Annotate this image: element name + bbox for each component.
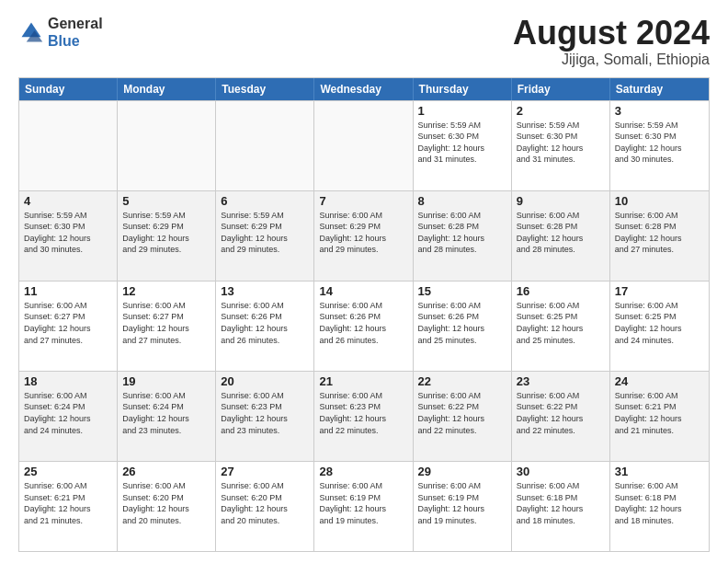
day-cell-8: 8Sunrise: 6:00 AM Sunset: 6:28 PM Daylig… xyxy=(414,191,512,281)
logo: General Blue xyxy=(18,15,103,50)
week-4: 18Sunrise: 6:00 AM Sunset: 6:24 PM Dayli… xyxy=(19,371,709,461)
day-info: Sunrise: 6:00 AM Sunset: 6:23 PM Dayligh… xyxy=(319,390,407,436)
month-year: August 2024 xyxy=(513,15,710,52)
empty-cell-w0c0 xyxy=(19,101,118,190)
logo-general-text: General xyxy=(48,16,103,31)
day-number: 3 xyxy=(615,104,704,118)
header-day-thursday: Thursday xyxy=(414,78,512,100)
day-info: Sunrise: 6:00 AM Sunset: 6:26 PM Dayligh… xyxy=(418,300,506,346)
header-day-monday: Monday xyxy=(118,78,216,100)
day-number: 12 xyxy=(122,284,210,298)
day-info: Sunrise: 6:00 AM Sunset: 6:24 PM Dayligh… xyxy=(122,390,210,436)
day-number: 29 xyxy=(418,465,506,478)
day-cell-14: 14Sunrise: 6:00 AM Sunset: 6:26 PM Dayli… xyxy=(314,282,413,371)
day-info: Sunrise: 6:00 AM Sunset: 6:25 PM Dayligh… xyxy=(517,300,605,346)
day-number: 10 xyxy=(615,194,704,208)
day-info: Sunrise: 6:00 AM Sunset: 6:22 PM Dayligh… xyxy=(418,390,506,436)
day-cell-30: 30Sunrise: 6:00 AM Sunset: 6:18 PM Dayli… xyxy=(512,462,610,551)
week-5: 25Sunrise: 6:00 AM Sunset: 6:21 PM Dayli… xyxy=(19,461,709,551)
day-number: 8 xyxy=(418,194,506,208)
calendar: SundayMondayTuesdayWednesdayThursdayFrid… xyxy=(18,77,710,552)
day-cell-27: 27Sunrise: 6:00 AM Sunset: 6:20 PM Dayli… xyxy=(216,462,314,551)
day-number: 23 xyxy=(517,374,605,388)
day-cell-19: 19Sunrise: 6:00 AM Sunset: 6:24 PM Dayli… xyxy=(118,372,216,461)
day-info: Sunrise: 6:00 AM Sunset: 6:21 PM Dayligh… xyxy=(615,390,704,436)
day-number: 4 xyxy=(24,194,112,208)
day-cell-25: 25Sunrise: 6:00 AM Sunset: 6:21 PM Dayli… xyxy=(19,462,118,551)
day-info: Sunrise: 6:00 AM Sunset: 6:26 PM Dayligh… xyxy=(221,300,309,346)
header-day-tuesday: Tuesday xyxy=(216,78,314,100)
day-number: 5 xyxy=(122,194,210,208)
day-number: 31 xyxy=(615,465,704,478)
day-cell-20: 20Sunrise: 6:00 AM Sunset: 6:23 PM Dayli… xyxy=(216,372,314,461)
day-number: 2 xyxy=(517,104,605,118)
day-number: 15 xyxy=(418,284,506,298)
day-cell-26: 26Sunrise: 6:00 AM Sunset: 6:20 PM Dayli… xyxy=(118,462,216,551)
day-info: Sunrise: 5:59 AM Sunset: 6:30 PM Dayligh… xyxy=(615,120,704,166)
day-info: Sunrise: 6:00 AM Sunset: 6:27 PM Dayligh… xyxy=(122,300,210,346)
day-number: 30 xyxy=(517,465,605,478)
empty-cell-w0c2 xyxy=(216,101,314,190)
day-number: 7 xyxy=(319,194,407,208)
day-info: Sunrise: 6:00 AM Sunset: 6:24 PM Dayligh… xyxy=(24,390,112,436)
day-number: 17 xyxy=(615,284,704,298)
day-number: 14 xyxy=(319,284,407,298)
day-info: Sunrise: 6:00 AM Sunset: 6:20 PM Dayligh… xyxy=(221,480,309,526)
day-info: Sunrise: 5:59 AM Sunset: 6:30 PM Dayligh… xyxy=(418,120,506,166)
day-cell-9: 9Sunrise: 6:00 AM Sunset: 6:28 PM Daylig… xyxy=(512,191,610,281)
week-1: 1Sunrise: 5:59 AM Sunset: 6:30 PM Daylig… xyxy=(19,100,709,190)
day-number: 9 xyxy=(517,194,605,208)
logo-icon xyxy=(18,19,44,45)
svg-marker-0 xyxy=(22,23,41,38)
day-number: 24 xyxy=(615,374,704,388)
day-info: Sunrise: 6:00 AM Sunset: 6:21 PM Dayligh… xyxy=(24,480,112,526)
day-cell-11: 11Sunrise: 6:00 AM Sunset: 6:27 PM Dayli… xyxy=(19,282,118,371)
day-number: 20 xyxy=(221,374,309,388)
day-cell-6: 6Sunrise: 5:59 AM Sunset: 6:29 PM Daylig… xyxy=(216,191,314,281)
day-cell-16: 16Sunrise: 6:00 AM Sunset: 6:25 PM Dayli… xyxy=(512,282,610,371)
day-number: 6 xyxy=(221,194,309,208)
day-cell-7: 7Sunrise: 6:00 AM Sunset: 6:29 PM Daylig… xyxy=(314,191,413,281)
day-number: 27 xyxy=(221,465,309,478)
day-number: 26 xyxy=(122,465,210,478)
day-cell-18: 18Sunrise: 6:00 AM Sunset: 6:24 PM Dayli… xyxy=(19,372,118,461)
day-number: 13 xyxy=(221,284,309,298)
title-block: August 2024 Jijiga, Somali, Ethiopia xyxy=(513,15,710,68)
calendar-body: 1Sunrise: 5:59 AM Sunset: 6:30 PM Daylig… xyxy=(19,100,709,551)
header-day-wednesday: Wednesday xyxy=(314,78,413,100)
day-info: Sunrise: 5:59 AM Sunset: 6:30 PM Dayligh… xyxy=(517,120,605,166)
day-info: Sunrise: 6:00 AM Sunset: 6:26 PM Dayligh… xyxy=(319,300,407,346)
day-cell-23: 23Sunrise: 6:00 AM Sunset: 6:22 PM Dayli… xyxy=(512,372,610,461)
day-number: 25 xyxy=(24,465,112,478)
day-info: Sunrise: 6:00 AM Sunset: 6:28 PM Dayligh… xyxy=(615,210,704,256)
logo-blue-text: Blue xyxy=(48,33,80,49)
day-cell-21: 21Sunrise: 6:00 AM Sunset: 6:23 PM Dayli… xyxy=(314,372,413,461)
header-day-friday: Friday xyxy=(512,78,610,100)
header: General Blue August 2024 Jijiga, Somali,… xyxy=(18,15,710,68)
day-cell-22: 22Sunrise: 6:00 AM Sunset: 6:22 PM Dayli… xyxy=(414,372,512,461)
page: General Blue August 2024 Jijiga, Somali,… xyxy=(0,0,728,563)
day-number: 28 xyxy=(319,465,407,478)
day-cell-15: 15Sunrise: 6:00 AM Sunset: 6:26 PM Dayli… xyxy=(414,282,512,371)
day-cell-1: 1Sunrise: 5:59 AM Sunset: 6:30 PM Daylig… xyxy=(414,101,512,190)
day-number: 1 xyxy=(418,104,506,118)
day-info: Sunrise: 6:00 AM Sunset: 6:28 PM Dayligh… xyxy=(517,210,605,256)
header-day-saturday: Saturday xyxy=(610,78,709,100)
day-cell-28: 28Sunrise: 6:00 AM Sunset: 6:19 PM Dayli… xyxy=(314,462,413,551)
day-info: Sunrise: 6:00 AM Sunset: 6:29 PM Dayligh… xyxy=(319,210,407,256)
day-number: 21 xyxy=(319,374,407,388)
day-number: 19 xyxy=(122,374,210,388)
day-info: Sunrise: 5:59 AM Sunset: 6:29 PM Dayligh… xyxy=(221,210,309,256)
day-info: Sunrise: 6:00 AM Sunset: 6:28 PM Dayligh… xyxy=(418,210,506,256)
day-info: Sunrise: 6:00 AM Sunset: 6:19 PM Dayligh… xyxy=(319,480,407,526)
calendar-header-row: SundayMondayTuesdayWednesdayThursdayFrid… xyxy=(19,78,709,100)
header-day-sunday: Sunday xyxy=(19,78,118,100)
day-cell-2: 2Sunrise: 5:59 AM Sunset: 6:30 PM Daylig… xyxy=(512,101,610,190)
day-info: Sunrise: 6:00 AM Sunset: 6:23 PM Dayligh… xyxy=(221,390,309,436)
empty-cell-w0c1 xyxy=(118,101,216,190)
day-info: Sunrise: 6:00 AM Sunset: 6:25 PM Dayligh… xyxy=(615,300,704,346)
day-info: Sunrise: 6:00 AM Sunset: 6:27 PM Dayligh… xyxy=(24,300,112,346)
day-number: 18 xyxy=(24,374,112,388)
day-cell-5: 5Sunrise: 5:59 AM Sunset: 6:29 PM Daylig… xyxy=(118,191,216,281)
day-info: Sunrise: 5:59 AM Sunset: 6:30 PM Dayligh… xyxy=(24,210,112,256)
